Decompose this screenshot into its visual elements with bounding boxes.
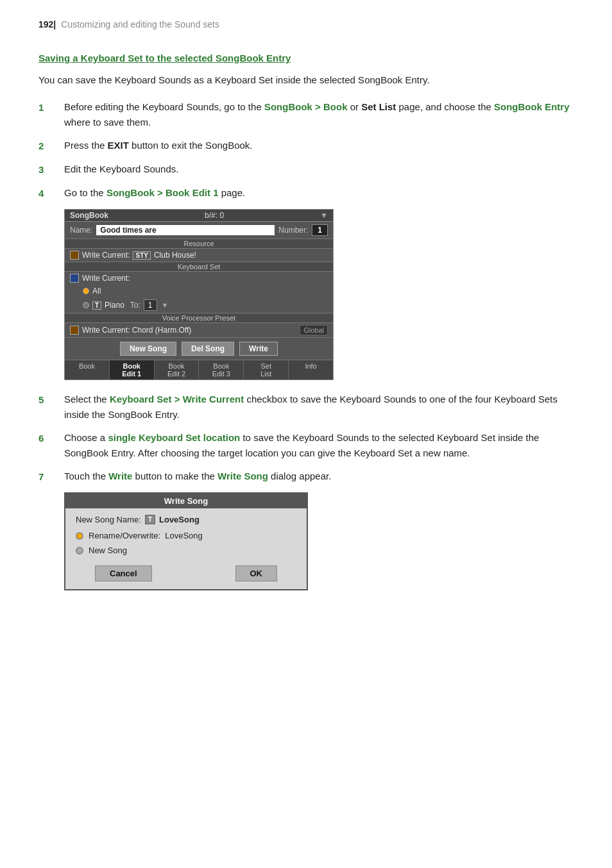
section-heading: Saving a Keyboard Set to the selected So… (38, 53, 574, 63)
ws-body: New Song Name: T LoveSong Rename/Overwri… (65, 508, 307, 589)
tab-set-list[interactable]: SetList (244, 360, 289, 380)
intro-text: You can save the Keyboard Sounds as a Ke… (38, 72, 574, 88)
sb-tabs: Book BookEdit 1 BookEdit 2 BookEdit 3 Se… (65, 360, 333, 380)
ws-new-song-label: New Song (89, 546, 127, 555)
sb-ks-piano-row: T Piano To: 1 ▼ (65, 297, 333, 313)
step-4: 4 Go to the SongBook > Book Edit 1 page. (38, 185, 574, 201)
sb-name-row: Name: Good times are Number: 1 (65, 222, 333, 238)
steps-list-2: 5 Select the Keyboard Set > Write Curren… (38, 392, 574, 485)
sb-write-current-label2: Write Current: (82, 274, 130, 283)
ws-t-icon: T (145, 515, 155, 524)
tab-book-edit-3[interactable]: BookEdit 3 (199, 360, 244, 380)
sb-resource-row: Write Current: STY Club House! (65, 249, 333, 262)
sb-ks-checkbox[interactable] (70, 274, 79, 283)
sb-name-label: Name: (70, 226, 92, 235)
ws-cancel-button[interactable]: Cancel (95, 565, 152, 581)
tab-book-edit-1[interactable]: BookEdit 1 (110, 360, 155, 380)
step-3-num: 3 (38, 162, 50, 178)
step-2-text: Press the EXIT button to exit the SongBo… (64, 138, 574, 153)
step-7: 7 Touch the Write button to make the Wri… (38, 469, 574, 485)
sb-to-value: 1 (144, 299, 157, 311)
tab-book-edit-2[interactable]: BookEdit 2 (155, 360, 200, 380)
sb-resource-checkbox[interactable] (70, 251, 79, 260)
sb-panel-title: SongBook (70, 211, 108, 220)
sb-piano-radio[interactable] (83, 302, 89, 308)
step-2-num: 2 (38, 138, 50, 154)
del-song-button[interactable]: Del Song (182, 342, 234, 356)
page-subtitle: Customizing and editing the Sound sets (61, 19, 219, 29)
sb-all-label: All (92, 287, 101, 296)
step-6-text: Choose a single Keyboard Set location to… (64, 430, 574, 461)
ws-ok-button[interactable]: OK (235, 565, 278, 581)
ws-rename-label: Rename/Overwrite: LoveSong (89, 531, 203, 540)
ws-rename-row: Rename/Overwrite: LoveSong (76, 531, 296, 540)
sb-titlebar: SongBook b/#: 0 ▼ (65, 210, 333, 222)
write-song-dialog: Write Song New Song Name: T LoveSong Ren… (64, 492, 308, 590)
step-1-text: Before editing the Keyboard Sounds, go t… (64, 99, 574, 130)
sb-to-label: To: (130, 301, 140, 310)
step-6: 6 Choose a single Keyboard Set location … (38, 430, 574, 461)
step-5-text: Select the Keyboard Set > Write Current … (64, 392, 574, 422)
sb-ks-checkbox-row: Write Current: (65, 272, 333, 285)
sb-number-label: Number: (278, 226, 308, 235)
step-1: 1 Before editing the Keyboard Sounds, go… (38, 99, 574, 130)
sb-name-value: Good times are (96, 225, 275, 235)
sb-keyboard-set-label: Keyboard Set (65, 262, 333, 272)
songbook-panel: SongBook b/#: 0 ▼ Name: Good times are N… (64, 209, 334, 380)
sb-vp-checkbox[interactable] (70, 326, 79, 335)
sb-arrow-icon: ▼ (320, 211, 328, 220)
sb-voice-processor-label: Voice Processor Preset (65, 313, 333, 323)
steps-list: 1 Before editing the Keyboard Sounds, go… (38, 99, 574, 201)
ws-name-label: New Song Name: (76, 515, 141, 524)
page-header: 192| Customizing and editing the Sound s… (38, 19, 574, 35)
write-button[interactable]: Write (239, 342, 278, 356)
sb-vp-row: Write Current: Chord (Harm.Off) Global (65, 323, 333, 337)
tab-book[interactable]: Book (65, 360, 110, 380)
sb-style-icon: STY (133, 251, 150, 260)
sb-global-label: Global (300, 325, 328, 335)
step-5: 5 Select the Keyboard Set > Write Curren… (38, 392, 574, 422)
ws-rename-radio[interactable] (76, 532, 83, 540)
step-3-text: Edit the Keyboard Sounds. (64, 162, 574, 177)
ws-name-row: New Song Name: T LoveSong (76, 515, 296, 524)
ws-name-value: LoveSong (159, 515, 200, 524)
step-4-text: Go to the SongBook > Book Edit 1 page. (64, 185, 574, 201)
ws-title: Write Song (65, 494, 307, 508)
page-number: 192| (38, 19, 56, 29)
sb-ks-all-row: All (65, 285, 333, 297)
sb-bnum: b/#: 0 (205, 211, 224, 220)
sb-t-icon: T (92, 301, 101, 310)
sb-resource-label: Resource (65, 238, 333, 249)
sb-to-arrow-icon: ▼ (162, 301, 169, 309)
sb-all-radio[interactable] (83, 288, 89, 294)
sb-club-house: Club House! (154, 251, 196, 260)
sb-button-row: New Song Del Song Write (65, 337, 333, 360)
sb-number-value: 1 (312, 224, 328, 236)
step-7-num: 7 (38, 469, 50, 485)
new-song-button[interactable]: New Song (120, 342, 176, 356)
step-4-num: 4 (38, 186, 50, 201)
step-1-num: 1 (38, 100, 50, 115)
ws-new-song-radio[interactable] (76, 547, 83, 555)
step-6-num: 6 (38, 431, 50, 446)
ws-new-song-row: New Song (76, 546, 296, 555)
sb-piano-label: Piano (105, 301, 124, 310)
step-5-num: 5 (38, 392, 50, 408)
ws-button-row: Cancel OK (76, 560, 296, 584)
step-3: 3 Edit the Keyboard Sounds. (38, 162, 574, 178)
step-7-text: Touch the Write button to make the Write… (64, 469, 574, 484)
tab-info[interactable]: Info (289, 360, 333, 380)
sb-vp-text: Write Current: Chord (Harm.Off) (82, 326, 191, 335)
step-2: 2 Press the EXIT button to exit the Song… (38, 138, 574, 154)
sb-write-current-label: Write Current: (82, 251, 130, 260)
